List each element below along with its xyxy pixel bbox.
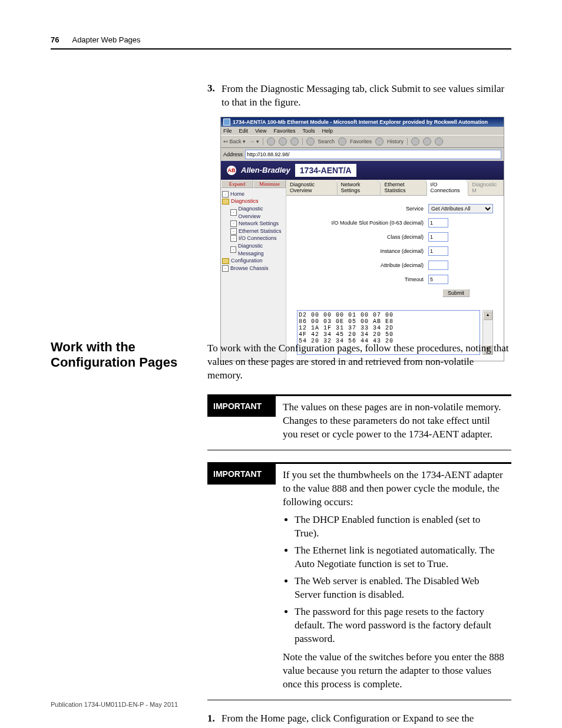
- nav-panel: Expand Minimize -Home Diagnostics -Diagn…: [221, 180, 286, 361]
- callout-intro: If you set the thumbwheels on the 1734-A…: [283, 469, 505, 509]
- callout-list: The DHCP Enabled function is enabled (se…: [295, 513, 505, 645]
- form-area: Service Get Attributes All I/O Module Sl…: [286, 196, 504, 310]
- slot-label: I/O Module Slot Position (0-63 decimal): [297, 220, 428, 226]
- slot-input[interactable]: [428, 218, 448, 228]
- attribute-label: Attribute (decimal): [297, 262, 428, 268]
- class-label: Class (decimal): [297, 234, 428, 240]
- list-item: The Ethernet link is negotiated automati…: [295, 544, 505, 571]
- content-column: 3. From the Diagnostic Messaging tab, cl…: [207, 83, 511, 361]
- main-panel: Diagnostic Overview Network Settings Eth…: [286, 180, 504, 361]
- callout-label: IMPORTANT: [207, 396, 276, 417]
- address-bar: Address: [221, 148, 504, 161]
- favorites-button[interactable]: Favorites: [350, 139, 372, 144]
- list-item: The password for this page resets to the…: [295, 605, 505, 646]
- ie-icon: [223, 118, 230, 126]
- service-select[interactable]: Get Attributes All: [428, 204, 493, 213]
- callout-note: Note the value of the switches before yo…: [283, 651, 505, 691]
- tree-browse-chassis[interactable]: -Browse Chassis: [222, 265, 285, 272]
- timeout-input[interactable]: [428, 275, 448, 284]
- step-1: 1. From the Home page, click Configurati…: [207, 712, 511, 728]
- step-text: From the Home page, click Configuration …: [222, 712, 511, 728]
- scroll-up-icon[interactable]: ▴: [483, 311, 492, 320]
- window-title: 1734-AENT/A 100-Mb Ethernet Module - Mic…: [233, 119, 488, 125]
- tree-io-connections[interactable]: -I/O Connections: [230, 235, 285, 242]
- favorites-icon[interactable]: [338, 137, 346, 146]
- brand-banner: AB Allen-Bradley 1734-AENT/A: [221, 161, 504, 180]
- screenshot-ie-window: 1734-AENT/A 100-Mb Ethernet Module - Mic…: [220, 117, 504, 361]
- tree-network-settings[interactable]: -Network Settings: [230, 220, 285, 228]
- tab-io-connections[interactable]: I/O Connections: [427, 180, 469, 196]
- publication-footer: Publication 1734-UM011D-EN-P - May 2011: [51, 701, 178, 708]
- brand-name: Allen-Bradley: [241, 166, 290, 174]
- menu-edit[interactable]: Edit: [239, 128, 249, 134]
- section-heading: Work with the Configuration Pages: [51, 340, 186, 371]
- page-number: 76: [51, 35, 59, 44]
- instance-label: Instance (decimal): [297, 248, 428, 254]
- expand-button[interactable]: Expand: [221, 180, 253, 188]
- tab-diag-overview[interactable]: Diagnostic Overview: [286, 180, 338, 195]
- list-item: The Web server is enabled. The Disabled …: [295, 575, 505, 602]
- step-3: 3. From the Diagnostic Messaging tab, cl…: [207, 83, 511, 110]
- tree-diag-messaging[interactable]: -Diagnostic Messaging: [230, 242, 285, 257]
- minimize-button[interactable]: Minimize: [253, 180, 286, 188]
- edit-icon[interactable]: [435, 137, 443, 146]
- menu-help[interactable]: Help: [322, 128, 333, 134]
- menu-favorites[interactable]: Favorites: [273, 128, 295, 134]
- submit-button[interactable]: Submit: [442, 289, 470, 297]
- callout-label: IMPORTANT: [207, 464, 276, 485]
- toolbar: ↤ Back ▾ → ▾ Search Favorites History: [221, 135, 504, 148]
- section-intro: To work with the Configuration pages, fo…: [207, 342, 511, 383]
- chapter-title: Adapter Web Pages: [72, 35, 140, 44]
- address-label: Address: [223, 151, 243, 157]
- print-icon[interactable]: [423, 137, 431, 146]
- page-header: 76 Adapter Web Pages: [51, 35, 511, 44]
- tree-diagnostics[interactable]: Diagnostics: [222, 197, 285, 205]
- home-icon[interactable]: [290, 137, 299, 146]
- nav-tree: -Home Diagnostics -Diagnostic Overview -…: [221, 188, 286, 275]
- important-callout-2: IMPORTANT If you set the thumbwheels on …: [207, 462, 511, 700]
- timeout-label: Timeout: [297, 276, 428, 282]
- tree-ethernet-stats[interactable]: -Ethernet Statistics: [230, 228, 285, 235]
- important-callout-1: IMPORTANT The values on these pages are …: [207, 394, 511, 450]
- history-button[interactable]: History: [387, 139, 404, 144]
- history-icon[interactable]: [375, 137, 384, 146]
- step-number: 1.: [207, 712, 222, 728]
- class-input[interactable]: [428, 232, 448, 242]
- tab-diag-messaging[interactable]: Diagnostic M: [468, 180, 504, 195]
- menu-view[interactable]: View: [255, 128, 266, 134]
- step-number: 3.: [207, 83, 222, 110]
- tab-ethernet-stats[interactable]: Ethernet Statistics: [381, 180, 427, 195]
- header-rule: [51, 48, 511, 50]
- callout-body: If you set the thumbwheels on the 1734-A…: [276, 464, 511, 700]
- callout-body: The values on these pages are in non-vol…: [276, 396, 511, 450]
- list-item: The DHCP Enabled function is enabled (se…: [295, 513, 505, 541]
- service-label: Service: [297, 206, 428, 212]
- refresh-icon[interactable]: [279, 137, 287, 146]
- product-name: 1734-AENT/A: [295, 164, 356, 177]
- section-body: To work with the Configuration pages, fo…: [207, 342, 511, 728]
- step-text: From the Diagnostic Messaging tab, click…: [222, 83, 511, 110]
- back-button[interactable]: ↤ Back ▾: [223, 139, 246, 144]
- address-input[interactable]: [245, 150, 501, 159]
- instance-input[interactable]: [428, 246, 448, 256]
- mail-icon[interactable]: [411, 137, 419, 146]
- menu-bar[interactable]: File Edit View Favorites Tools Help: [221, 127, 504, 135]
- stop-icon[interactable]: [267, 137, 275, 146]
- attribute-input[interactable]: [428, 261, 448, 270]
- search-button[interactable]: Search: [318, 139, 335, 144]
- tree-configuration[interactable]: Configuration: [222, 257, 285, 265]
- tree-diag-overview[interactable]: -Diagnostic Overview: [230, 205, 285, 220]
- forward-button[interactable]: → ▾: [249, 139, 259, 144]
- menu-file[interactable]: File: [223, 128, 232, 134]
- menu-tools[interactable]: Tools: [302, 128, 315, 134]
- ab-logo-icon: AB: [227, 166, 236, 175]
- tab-row: Diagnostic Overview Network Settings Eth…: [286, 180, 504, 196]
- window-titlebar: 1734-AENT/A 100-Mb Ethernet Module - Mic…: [221, 117, 504, 127]
- search-icon[interactable]: [306, 137, 315, 146]
- tree-home[interactable]: -Home: [222, 190, 285, 198]
- tab-network-settings[interactable]: Network Settings: [338, 180, 381, 195]
